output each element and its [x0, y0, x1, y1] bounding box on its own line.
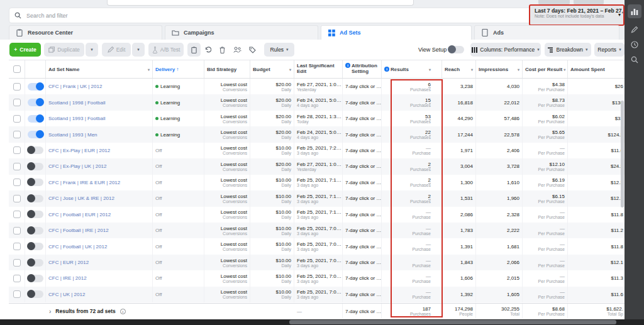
header-reach[interactable]: Reach▾	[442, 60, 476, 78]
date-range-selector[interactable]: Last 7 days: Feb 21, 2021 – Feb 27, 2021…	[529, 4, 625, 26]
row-checkbox[interactable]	[13, 227, 21, 234]
impressions-value: 1,610	[507, 180, 519, 185]
row-toggle[interactable]	[28, 163, 43, 170]
row-toggle[interactable]	[28, 146, 43, 154]
scrollbar-thumb[interactable]	[289, 320, 616, 324]
header-results[interactable]: iResults▾	[382, 60, 442, 78]
adset-name-link[interactable]: Scotland | 1993 | Football	[48, 116, 150, 121]
tab-campaigns[interactable]: Campaigns	[165, 25, 318, 40]
grid-icon	[328, 29, 335, 36]
results-value[interactable]: 15	[425, 97, 431, 103]
header-budget[interactable]: Budget▾	[250, 60, 294, 78]
toggle-knob	[27, 290, 35, 298]
row-toggle[interactable]	[28, 179, 43, 186]
adset-name-link[interactable]: Scotland | 1993 | Men	[48, 132, 150, 138]
delete-button[interactable]	[216, 43, 228, 57]
rules-button[interactable]: Rules▾	[264, 43, 294, 57]
edit-caret-button[interactable]: ▾	[132, 43, 145, 57]
cell-delivery: Off	[153, 143, 204, 158]
row-toggle[interactable]	[28, 259, 43, 267]
row-checkbox[interactable]	[13, 243, 21, 250]
reach-value: 1,392	[460, 292, 473, 297]
row-toggle[interactable]	[28, 275, 43, 282]
reports-button[interactable]: Reports▾	[594, 43, 625, 57]
header-last-significant-edit[interactable]: Last Significant Edit	[294, 60, 343, 78]
duplicate-button[interactable]: Duplicate	[44, 43, 84, 57]
header-delivery[interactable]: Delivery↑	[153, 60, 204, 78]
edit-button[interactable]: Edit	[102, 43, 131, 57]
header-impressions[interactable]: Impressions▾	[476, 60, 523, 78]
cell-impressions: 1,610	[476, 175, 523, 190]
edit-panel-button[interactable]	[630, 25, 638, 33]
adset-name-link[interactable]: CFC | IRE | 2012	[48, 275, 150, 281]
row-checkbox[interactable]	[13, 211, 21, 218]
select-all-checkbox[interactable]	[13, 65, 21, 73]
row-checkbox[interactable]	[13, 146, 21, 154]
header-attribution-setting[interactable]: iAttribution Setting	[343, 60, 382, 78]
row-toggle[interactable]	[28, 195, 43, 202]
duplicate-caret-button[interactable]: ▾	[86, 43, 98, 57]
adset-name-link[interactable]: CFC | Ex-Play | UK | 2012	[48, 163, 150, 169]
adset-name-link[interactable]: CFC | Jose | UK & IRE | 2012	[48, 196, 150, 201]
tag-button[interactable]	[246, 43, 258, 57]
row-toggle[interactable]	[28, 83, 43, 91]
view-setup-toggle[interactable]	[448, 46, 464, 53]
row-toggle[interactable]	[28, 115, 43, 123]
row-checkbox[interactable]	[13, 99, 21, 106]
create-button[interactable]: +Create	[9, 43, 41, 57]
adset-name-link[interactable]: CFC | Football | UK | 2012	[48, 244, 150, 250]
cell-bid-strategy: Lowest costConversions	[204, 270, 250, 286]
columns-button[interactable]: Columns: Performance▾	[470, 43, 541, 57]
chevron-right-icon[interactable]: ›	[49, 308, 51, 315]
clipboard-button[interactable]	[187, 43, 201, 57]
adset-name-link[interactable]: CFC | EUR | 2012	[48, 260, 150, 265]
tab-resource-center[interactable]: Resource Center	[9, 25, 162, 40]
header-amount-spent[interactable]: Amount Spent	[568, 60, 625, 78]
row-toggle[interactable]	[28, 211, 43, 218]
tab-ads[interactable]: Ads	[474, 25, 619, 40]
reach-value: 2,086	[460, 212, 473, 218]
row-checkbox[interactable]	[13, 195, 21, 202]
adset-name-link[interactable]: CFC | Football | IRE | 2012	[48, 228, 150, 233]
row-toggle[interactable]	[28, 99, 43, 106]
row-toggle[interactable]	[28, 131, 43, 138]
ab-test-button[interactable]: A/B Test	[148, 43, 184, 57]
results-value[interactable]: 2	[428, 162, 431, 167]
horizontal-scrollbar[interactable]	[0, 319, 644, 325]
adset-name-link[interactable]: CFC | Frank | UK | 2012	[48, 84, 150, 89]
adset-name-link[interactable]: CFC | Football | EUR | 2012	[48, 212, 150, 218]
breakdown-button[interactable]: Breakdown▾	[545, 43, 591, 57]
header-cost-per-result[interactable]: Cost per Result▾	[523, 60, 568, 78]
assign-button[interactable]	[231, 43, 243, 57]
results-value[interactable]: 53	[425, 114, 431, 119]
undo-button[interactable]	[201, 43, 214, 57]
vertical-scrollbar[interactable]	[621, 101, 624, 207]
cell-cost-per-result-value: —	[560, 289, 565, 295]
results-value[interactable]: 2	[428, 194, 431, 199]
row-checkbox[interactable]	[13, 115, 21, 123]
adset-name-link[interactable]: CFC | Ex-Play | EUR | 2012	[48, 148, 150, 153]
header-ad-set-name[interactable]: Ad Set Name▾	[46, 60, 153, 78]
row-checkbox[interactable]	[13, 179, 21, 186]
row-checkbox[interactable]	[13, 275, 21, 282]
row-toggle[interactable]	[28, 243, 43, 250]
row-checkbox[interactable]	[13, 83, 21, 91]
results-value[interactable]: 6	[428, 82, 431, 87]
cell-ad-set-name: CFC | Football | UK | 2012	[46, 238, 153, 254]
row-checkbox[interactable]	[13, 131, 21, 138]
results-value[interactable]: 22	[425, 129, 431, 135]
row-checkbox[interactable]	[13, 259, 21, 267]
search-panel-button[interactable]	[630, 55, 638, 63]
header-bid-strategy[interactable]: Bid Strategy	[204, 60, 250, 78]
history-button[interactable]	[630, 40, 638, 48]
tab-ad-sets[interactable]: Ad Sets	[321, 25, 472, 40]
adset-name-link[interactable]: Scotland | 1998 | Football	[48, 100, 150, 106]
adset-name-link[interactable]: CFC | Frank | IRE & EUR | 2012	[48, 180, 150, 185]
results-value[interactable]: 2	[428, 177, 431, 183]
row-checkbox[interactable]	[13, 163, 21, 170]
adset-name-link[interactable]: CFC | UK | 2012	[48, 292, 150, 297]
row-checkbox[interactable]	[13, 290, 21, 298]
row-toggle[interactable]	[28, 227, 43, 234]
row-toggle[interactable]	[28, 290, 43, 298]
performance-charts-button[interactable]	[628, 4, 641, 18]
